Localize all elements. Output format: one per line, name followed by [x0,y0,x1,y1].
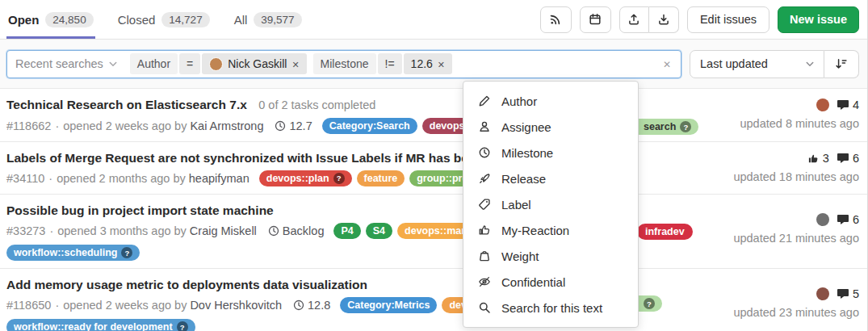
tab-closed-count: 14,727 [161,12,209,27]
edit-issues-button[interactable]: Edit issues [687,6,769,33]
tab-all[interactable]: All 39,577 [233,0,304,39]
thumb-up-icon [478,224,491,237]
sort-controls: Last updated [690,50,859,78]
label-pill[interactable]: P4 [333,223,360,239]
issue-row: Add memory usage metric to deployments d… [0,269,867,331]
import-issues-button[interactable] [649,6,679,33]
remove-token-icon[interactable] [438,57,445,70]
labels-icon [478,198,491,211]
comment-icon [837,287,849,300]
issues-page: Open 24,850 Closed 14,727 All 39,577 [0,0,868,331]
sort-label: Last updated [700,57,768,70]
comments-count[interactable]: 4 [837,98,859,111]
issue-author-link[interactable]: heapifyman [189,170,249,186]
remove-token-icon[interactable] [291,57,299,70]
task-note: 0 of 2 tasks completed [258,98,375,111]
assignee-avatar[interactable] [816,287,829,300]
milestone-link[interactable]: 12.8 [293,297,330,313]
issue-title[interactable]: Add memory usage metric to deployments d… [6,278,367,291]
menu-item-assignee[interactable]: Assignee [463,114,638,140]
tab-all-count: 39,577 [254,12,301,27]
filter-token-milestone[interactable]: Milestone != 12.6 [313,53,452,74]
menu-item-search-text[interactable]: Search for this text [463,295,638,321]
calendar-button[interactable] [580,6,611,33]
clock-icon [293,300,304,311]
updated-timestamp: updated 21 minutes ago [733,232,859,245]
issue-author-link[interactable]: Dov Hershkovitch [190,297,282,313]
filter-token-author[interactable]: Author = Nick Gaskill [130,53,307,74]
rss-feed-button[interactable] [540,6,572,33]
label-pill[interactable]: Category:Metrics [340,297,437,313]
issue-title[interactable]: Labels of Merge Request are not synchron… [6,151,498,165]
separator [51,118,63,134]
milestone-link[interactable]: 12.7 [275,118,312,134]
issue-title[interactable]: Technical Research on Elasticsearch 7.x [6,98,247,111]
token-operator: = [179,53,200,74]
opened-text: opened 2 weeks ago by [63,118,187,134]
token-value-text: Nick Gaskill [228,57,287,70]
token-value: 12.6 [404,53,452,74]
label-pill[interactable]: workflow::scheduling [6,245,140,261]
issue-author-link[interactable]: Craig Miskell [190,223,257,239]
issue-title[interactable]: Possible bug in project import state mac… [6,203,274,217]
chevron-down-icon [109,61,117,67]
sort-descending-icon [835,57,848,70]
state-tabs: Open 24,850 Closed 14,727 All 39,577 [6,0,304,39]
menu-item-confidential[interactable]: Confidential [463,269,638,295]
updated-timestamp: updated 8 minutes ago [740,117,859,130]
new-issue-button[interactable]: New issue [778,6,859,33]
avatar [209,57,223,71]
menu-item-label[interactable]: Label [463,191,638,217]
help-icon [177,321,188,331]
rocket-icon [478,172,491,185]
sort-dropdown[interactable]: Last updated [690,50,824,78]
menu-item-weight[interactable]: Weight [463,243,638,269]
nav-spacer [304,0,540,39]
label-pill[interactable]: workflow::ready for development [6,319,195,331]
comment-icon [837,213,849,226]
menu-item-my-reaction[interactable]: My-Reaction [463,217,638,243]
opened-text: opened 2 months ago by [57,170,186,186]
calendar-icon [589,13,602,26]
chevron-down-icon [806,61,814,67]
issue-row: Technical Research on Elasticsearch 7.x … [0,89,867,142]
clear-search-button[interactable] [661,57,673,71]
help-icon [121,247,132,258]
import-export-group [619,6,679,33]
issues-tabs-bar: Open 24,850 Closed 14,727 All 39,577 [0,0,867,40]
tab-open[interactable]: Open 24,850 [6,0,95,39]
help-icon [680,121,691,132]
sort-direction-button[interactable] [824,50,859,78]
filter-suggestions-dropdown: Author Assignee Milestone Release Label … [463,81,639,328]
user-icon [478,120,491,133]
menu-item-release[interactable]: Release [463,166,638,191]
tab-closed[interactable]: Closed 14,727 [116,0,212,39]
label-pill[interactable]: S4 [366,223,392,239]
issue-author-link[interactable]: Kai Armstrong [190,118,263,134]
label-pill[interactable]: feature [357,170,405,186]
comments-count[interactable]: 6 [837,152,859,165]
menu-item-milestone[interactable]: Milestone [463,140,638,166]
comments-count[interactable]: 5 [837,287,859,300]
separator [44,170,57,186]
export-issues-button[interactable] [619,6,649,33]
separator [51,297,63,313]
label-pill[interactable]: infradev [637,224,693,240]
comments-count[interactable]: 6 [837,213,859,226]
label-pill[interactable]: Category:Search [322,118,417,134]
tab-closed-label: Closed [118,13,156,27]
menu-item-author[interactable]: Author [463,88,638,114]
token-name: Author [130,53,178,74]
recent-searches-label: Recent searches [15,57,103,70]
issue-ref: #118650 [6,297,51,313]
tab-all-label: All [234,13,248,27]
opened-text: opened 3 months ago by [57,223,187,239]
milestone-link[interactable]: Backlog [268,223,325,239]
upvotes-count[interactable]: 3 [807,152,829,165]
assignee-avatar[interactable] [816,213,829,226]
assignee-avatar[interactable] [816,98,829,111]
label-pill[interactable]: devops::plan [259,170,352,186]
filtered-search-input[interactable]: Recent searches Author = Nick Gaskill Mi… [6,50,681,78]
recent-searches-dropdown[interactable]: Recent searches [15,57,117,70]
comment-icon [837,152,849,165]
